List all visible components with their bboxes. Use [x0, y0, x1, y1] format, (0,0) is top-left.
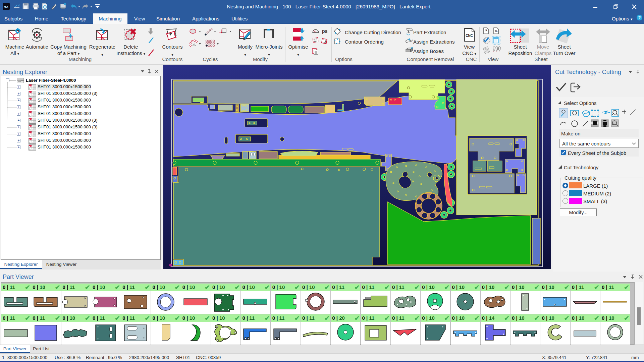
svg-text:ps: ps: [322, 28, 328, 34]
svg-text:CNC: CNC: [466, 34, 473, 38]
svg-text:?: ?: [485, 29, 487, 33]
svg-text:%: %: [495, 29, 497, 33]
